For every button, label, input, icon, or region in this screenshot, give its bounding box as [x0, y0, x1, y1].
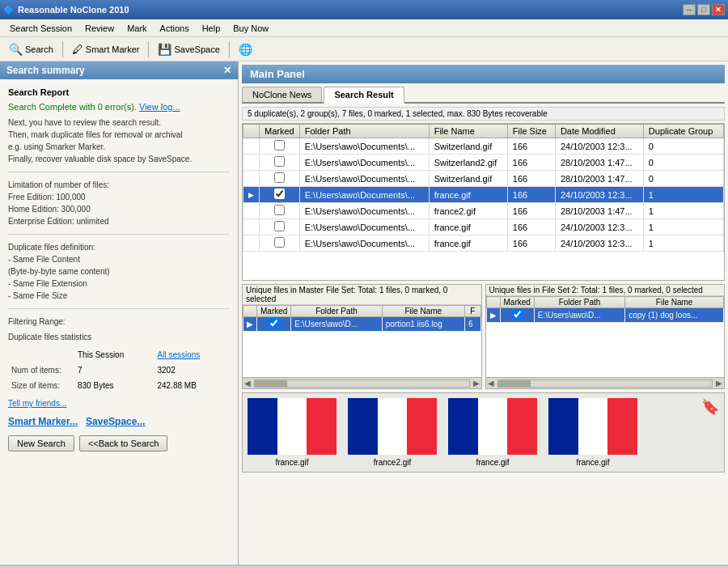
menu-search-session[interactable]: Search Session — [3, 22, 78, 35]
limitation-home: Home Edition: 300,000 — [8, 203, 230, 215]
left-panel-content: Search Report Search Complete with 0 err… — [0, 79, 238, 565]
search-button[interactable]: 🔍 Search — [3, 40, 59, 58]
hscroll-track-1[interactable] — [254, 379, 470, 388]
svg-rect-7 — [478, 398, 507, 455]
b2-col-path[interactable]: Folder Path — [534, 297, 624, 308]
b2-row-path: E:\Users\awo\D... — [534, 308, 624, 323]
main-table-wrapper[interactable]: Marked Folder Path File Name File Size D… — [242, 123, 725, 281]
app-title: Reasonable NoClone 2010 — [18, 5, 129, 15]
preview-item-3: france.gif — [448, 398, 537, 467]
dup-def-title: Duplicate files definition: — [8, 241, 230, 253]
minimize-button[interactable]: ─ — [683, 4, 696, 15]
preview-item-2: france2.gif — [348, 398, 437, 467]
bottom-panel-1: Unique files in Master File Set: Total: … — [242, 284, 482, 389]
divider3 — [8, 308, 230, 309]
app-icon: 🔷 — [3, 5, 15, 15]
bottom-table-1: Marked Folder Path File Name F ▶ E:\User… — [243, 305, 481, 332]
col-file-size[interactable]: File Size — [507, 125, 555, 138]
row-arrow — [243, 155, 260, 171]
menu-review[interactable]: Review — [78, 22, 121, 35]
b2-row-name: copy (1) dog loos... — [625, 308, 724, 323]
smart-marker-large-link[interactable]: Smart Marker... — [8, 416, 78, 427]
svg-rect-0 — [248, 398, 277, 455]
table-row[interactable]: E:\Users\awo\Documents\... Switzerland.g… — [243, 138, 724, 155]
row-date: 24/10/2003 12:3... — [555, 235, 643, 252]
web-button[interactable]: 🌐 — [233, 40, 258, 58]
smart-marker-button[interactable]: 🖊 Smart Marker — [66, 40, 146, 58]
limitation-free: Free Edition: 100,000 — [8, 191, 230, 203]
row-filename: france.gif — [429, 235, 507, 252]
table-row[interactable]: E:\Users\awo\Documents\... france.gif 16… — [243, 235, 724, 252]
save-space-large-link[interactable]: SaveSpace... — [86, 416, 145, 427]
titlebar: 🔷 Reasonable NoClone 2010 ─ □ ✕ — [0, 0, 728, 19]
savespace-button[interactable]: 💾 SaveSpace — [152, 40, 225, 58]
savespace-icon: 💾 — [158, 43, 171, 56]
back-to-search-button[interactable]: <<Back to Search — [79, 435, 167, 451]
menu-actions[interactable]: Actions — [154, 22, 196, 35]
row-arrow — [243, 235, 260, 252]
summary-bar: 5 duplicate(s), 2 group(s), 7 files, 0 m… — [242, 107, 725, 121]
table-row[interactable]: E:\Users\awo\Documents\... france.gif 16… — [243, 219, 724, 235]
table-row[interactable]: E:\Users\awo\Documents\... Switzerland2.… — [243, 155, 724, 171]
close-button[interactable]: ✕ — [712, 4, 725, 15]
left-panel: Search summary ✕ Search Report Search Co… — [0, 61, 239, 565]
menu-buy-now[interactable]: Buy Now — [226, 22, 275, 35]
all-sessions-link[interactable]: All sessions — [157, 350, 200, 359]
bottom-table-row-2[interactable]: ▶ E:\Users\awo\D... copy (1) dog loos... — [486, 308, 724, 323]
b1-col-marked[interactable]: Marked — [257, 306, 291, 317]
b2-row-arrow: ▶ — [486, 308, 500, 323]
hscroll-thumb-1[interactable] — [255, 380, 287, 387]
bottom-panel-1-header: Unique files in Master File Set: Total: … — [243, 285, 481, 305]
row-group: 0 — [643, 138, 723, 155]
new-search-button[interactable]: New Search — [8, 435, 74, 451]
bottom-1-hscroll[interactable]: ◀ ▶ — [243, 377, 481, 388]
preview-bookmark-icon[interactable]: 🔖 — [701, 398, 719, 416]
table-row[interactable]: E:\Users\awo\Documents\... Switzerland.g… — [243, 171, 724, 187]
left-panel-close[interactable]: ✕ — [223, 65, 231, 76]
stats-num-label: Num of items: — [10, 363, 74, 377]
b1-col-name[interactable]: File Name — [382, 306, 464, 317]
col-file-name[interactable]: File Name — [429, 125, 507, 138]
search-label: Search — [25, 45, 53, 54]
preview-flag-2 — [348, 398, 437, 455]
b2-col-marked[interactable]: Marked — [500, 297, 534, 308]
b2-col-name[interactable]: File Name — [625, 297, 724, 308]
toolbar: 🔍 Search 🖊 Smart Marker 💾 SaveSpace 🌐 — [0, 37, 728, 61]
preview-label-3: france.gif — [476, 458, 509, 467]
view-log-link[interactable]: View log... — [139, 102, 180, 112]
bottom-table-1-wrapper[interactable]: Marked Folder Path File Name F ▶ E:\User… — [243, 305, 481, 377]
dup-def-3: - Same File Extension — [8, 278, 230, 290]
bottom-2-hscroll[interactable]: ◀ ▶ — [486, 377, 725, 388]
stats-title: Duplicate files statistics — [8, 331, 230, 343]
bottom-table-2-wrapper[interactable]: Marked Folder Path File Name ▶ E:\Users\… — [486, 296, 725, 377]
preview-item-1: france.gif — [248, 398, 336, 467]
dup-def-1: - Same File Content — [8, 253, 230, 265]
tell-friends-link[interactable]: Tell my friends... — [8, 399, 66, 408]
b1-col-path[interactable]: Folder Path — [291, 306, 382, 317]
table-row[interactable]: E:\Users\awo\Documents\... france2.gif 1… — [243, 203, 724, 219]
col-date-modified[interactable]: Date Modified — [555, 125, 643, 138]
hscroll-thumb-2[interactable] — [498, 380, 531, 387]
row-path: E:\Users\awo\Documents\... — [299, 219, 429, 235]
row-size: 166 — [507, 235, 555, 252]
toolbar-separator3 — [229, 41, 230, 57]
svg-rect-6 — [448, 398, 478, 455]
col-dup-group[interactable]: Duplicate Group — [643, 125, 723, 138]
stats-size-label: Size of items: — [10, 379, 74, 392]
b1-col-f[interactable]: F — [464, 306, 480, 317]
hscroll-track-2[interactable] — [497, 379, 713, 388]
svg-rect-11 — [607, 398, 637, 455]
menu-help[interactable]: Help — [196, 22, 227, 35]
row-path: E:\Users\awo\Documents\... — [299, 138, 429, 155]
table-row[interactable]: ▶ E:\Users\awo\Documents\... france.gif … — [243, 187, 724, 203]
maximize-button[interactable]: □ — [697, 4, 710, 15]
col-marked[interactable]: Marked — [260, 125, 300, 138]
col-folder-path[interactable]: Folder Path — [299, 125, 429, 138]
tab-search-result[interactable]: Search Result — [324, 87, 404, 104]
tab-noclone-news[interactable]: NoClone News — [242, 87, 322, 102]
bottom-table-row[interactable]: ▶ E:\Users\awo\D... portion1 iis6.log 6 — [243, 317, 481, 332]
row-date: 28/10/2003 1:47... — [555, 155, 643, 171]
row-path: E:\Users\awo\Documents\... — [299, 187, 429, 203]
menu-mark[interactable]: Mark — [121, 22, 153, 35]
preview-label-1: france.gif — [275, 458, 308, 467]
